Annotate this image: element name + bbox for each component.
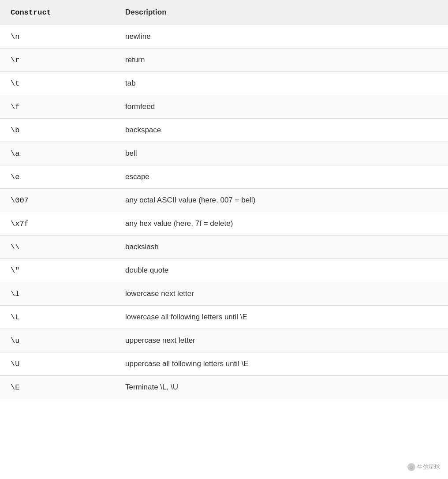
reference-table: Construct Description \nnewline\rreturn\… — [0, 0, 448, 399]
table-row: \llowercase next letter — [0, 282, 448, 306]
description-cell: backspace — [115, 119, 448, 142]
table-row: \nnewline — [0, 25, 448, 49]
construct-cell: \" — [0, 259, 115, 282]
construct-cell: \E — [0, 376, 115, 399]
construct-cell: \n — [0, 25, 115, 49]
table-row: \"double quote — [0, 259, 448, 282]
watermark: ☺ 生信星球 — [407, 463, 440, 471]
construct-cell: \e — [0, 165, 115, 189]
description-cell: lowercase next letter — [115, 282, 448, 306]
description-cell: backslash — [115, 236, 448, 259]
description-cell: any hex value (here, 7f = delete) — [115, 212, 448, 236]
description-cell: tab — [115, 72, 448, 95]
table-row: \ETerminate \L, \U — [0, 376, 448, 399]
description-cell: formfeed — [115, 95, 448, 119]
construct-cell: \u — [0, 329, 115, 352]
construct-cell: \U — [0, 352, 115, 376]
construct-cell: \t — [0, 72, 115, 95]
description-cell: newline — [115, 25, 448, 49]
table-row: \abell — [0, 142, 448, 165]
description-cell: bell — [115, 142, 448, 165]
table-row: \bbackspace — [0, 119, 448, 142]
construct-cell: \L — [0, 306, 115, 329]
table-row: \007any octal ASCII value (here, 007 = b… — [0, 189, 448, 212]
description-cell: lowercase all following letters until \E — [115, 306, 448, 329]
description-cell: uppercase all following letters until \E — [115, 352, 448, 376]
table-row: \Uuppercase all following letters until … — [0, 352, 448, 376]
watermark-icon: ☺ — [407, 463, 415, 471]
description-cell: any octal ASCII value (here, 007 = bell) — [115, 189, 448, 212]
table-row: \fformfeed — [0, 95, 448, 119]
construct-cell: \b — [0, 119, 115, 142]
construct-cell: \r — [0, 49, 115, 72]
table-row: \Llowercase all following letters until … — [0, 306, 448, 329]
table-row: \eescape — [0, 165, 448, 189]
watermark-text: 生信星球 — [417, 463, 440, 471]
main-container: Construct Description \nnewline\rreturn\… — [0, 0, 448, 479]
construct-cell: \f — [0, 95, 115, 119]
description-cell: double quote — [115, 259, 448, 282]
construct-cell: \007 — [0, 189, 115, 212]
table-header-row: Construct Description — [0, 0, 448, 25]
description-cell: uppercase next letter — [115, 329, 448, 352]
description-header: Description — [115, 0, 448, 25]
description-cell: Terminate \L, \U — [115, 376, 448, 399]
construct-cell: \x7f — [0, 212, 115, 236]
construct-cell: \a — [0, 142, 115, 165]
table-row: \uuppercase next letter — [0, 329, 448, 352]
description-cell: escape — [115, 165, 448, 189]
construct-header: Construct — [0, 0, 115, 25]
table-row: \rreturn — [0, 49, 448, 72]
description-cell: return — [115, 49, 448, 72]
construct-cell: \\ — [0, 236, 115, 259]
table-row: \x7fany hex value (here, 7f = delete) — [0, 212, 448, 236]
table-row: \ttab — [0, 72, 448, 95]
table-row: \\backslash — [0, 236, 448, 259]
construct-cell: \l — [0, 282, 115, 306]
